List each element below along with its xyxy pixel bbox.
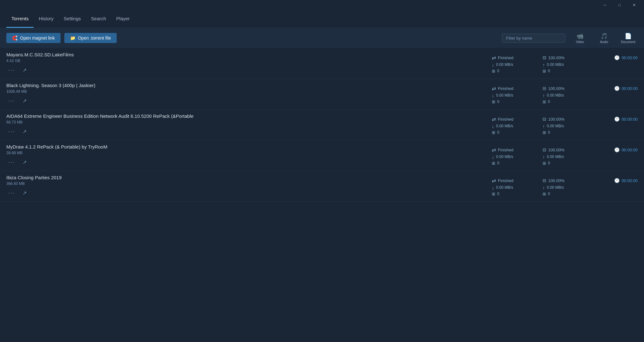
more-button[interactable]: ··· — [6, 96, 17, 105]
more-button[interactable]: ··· — [6, 127, 17, 136]
toolbar: 🧲 Open magnet link 📁 Open .torrent file … — [0, 28, 644, 48]
progress-icon: ⊟ — [543, 178, 546, 183]
filter-video-button[interactable]: 📹 Video — [570, 31, 589, 45]
open-torrent-button[interactable]: 📁 Open .torrent file — [64, 33, 117, 43]
upload-peers: ⊞ 0 — [543, 69, 593, 73]
close-button[interactable]: ✕ — [627, 0, 641, 10]
dl-speed-value: 0.00 MB/s — [496, 62, 513, 67]
time-value: 00:00:00 — [621, 148, 638, 152]
torrent-item: Ibiza Closing Parties 2019 366.60 MB ···… — [0, 171, 644, 202]
progress-icon: ⊟ — [543, 86, 546, 91]
dl-peers-icon: ⊞ — [492, 130, 495, 135]
torrent-size: 68.73 MB — [6, 120, 485, 124]
torrent-left-0: Mayans.M.C.S02.SD.LakeFilms 4.42 GB ··· … — [6, 52, 485, 75]
minimize-button[interactable]: ─ — [598, 0, 612, 10]
upload-speed: ↑ 0.00 MB/s — [543, 124, 593, 129]
download-speed: ↓ 0.00 MB/s — [492, 154, 543, 160]
filter-audio-button[interactable]: 🎵 Audio — [595, 31, 614, 45]
audio-icon: 🎵 — [601, 33, 608, 40]
progress-value: 100.00% — [548, 148, 564, 152]
share-button[interactable]: ↗ — [21, 97, 29, 105]
dl-peers-value: 0 — [497, 192, 499, 196]
download-speed: ↓ 0.00 MB/s — [492, 185, 543, 190]
dl-speed-value: 0.00 MB/s — [496, 185, 513, 190]
download-peers: ⊞ 0 — [492, 99, 543, 104]
time-remaining: 🕐 00:00:00 — [593, 178, 638, 184]
ul-peers-icon: ⊞ — [543, 69, 546, 73]
dl-speed-value: 0.00 MB/s — [496, 124, 513, 128]
torrent-name: AIDA64 Extreme Engineer Business Edition… — [6, 113, 485, 119]
torrent-list: Mayans.M.C.S02.SD.LakeFilms 4.42 GB ··· … — [0, 48, 644, 342]
nav-bar: Torrents History Settings Search Player — [0, 10, 644, 28]
magnet-icon: 🧲 — [12, 35, 17, 41]
finished-icon: ⇄ — [492, 116, 496, 122]
share-button[interactable]: ↗ — [21, 189, 29, 197]
upload-peers: ⊞ 0 — [543, 99, 593, 104]
torrent-stats: ⇄ Finished ⊟ 100.00% 🕐 00:00:00 ↓ 0.00 M… — [492, 175, 638, 198]
more-icon: ··· — [8, 98, 15, 104]
download-icon: ↓ — [492, 93, 494, 98]
share-button[interactable]: ↗ — [21, 127, 29, 136]
nav-tab-search[interactable]: Search — [86, 10, 111, 28]
progress-value: 100.00% — [548, 86, 564, 91]
upload-icon: ↑ — [543, 93, 545, 98]
more-button[interactable]: ··· — [6, 158, 17, 167]
dl-peers-value: 0 — [497, 161, 499, 165]
more-button[interactable]: ··· — [6, 66, 17, 75]
nav-tab-player[interactable]: Player — [111, 10, 135, 28]
filter-input[interactable] — [502, 34, 565, 43]
dl-peers-value: 0 — [497, 99, 499, 104]
ul-peers-icon: ⊞ — [543, 192, 546, 196]
dl-peers-icon: ⊞ — [492, 69, 495, 73]
torrent-actions: ··· ↗ — [6, 158, 485, 167]
ul-speed-value: 0.00 MB/s — [547, 93, 564, 98]
status-label: Finished — [498, 55, 513, 60]
dl-peers-icon: ⊞ — [492, 161, 495, 166]
dl-peers-value: 0 — [497, 69, 499, 73]
torrent-name: Black Lightning. Season 3 (400p | Jaskie… — [6, 83, 485, 88]
progress-icon: ⊟ — [543, 147, 546, 152]
progress-percent: ⊟ 100.00% — [543, 116, 593, 122]
more-icon: ··· — [8, 128, 15, 135]
torrent-actions: ··· ↗ — [6, 188, 485, 198]
download-speed: ↓ 0.00 MB/s — [492, 62, 543, 67]
nav-tab-history[interactable]: History — [34, 10, 59, 28]
upload-peers: ⊞ 0 — [543, 192, 593, 196]
upload-peers: ⊞ 0 — [543, 161, 593, 166]
upload-icon: ↑ — [543, 185, 545, 190]
ul-peers-value: 0 — [548, 130, 550, 135]
ul-peers-value: 0 — [548, 161, 550, 165]
share-button[interactable]: ↗ — [21, 66, 29, 74]
download-icon: ↓ — [492, 62, 494, 67]
filter-document-button[interactable]: 📄 Document — [619, 31, 638, 45]
ul-speed-value: 0.00 MB/s — [547, 124, 564, 128]
finished-icon: ⇄ — [492, 147, 496, 153]
clock-icon: 🕐 — [614, 117, 620, 122]
torrent-actions: ··· ↗ — [6, 66, 485, 75]
torrent-stats: ⇄ Finished ⊟ 100.00% 🕐 00:00:00 ↓ 0.00 M… — [492, 52, 638, 75]
finished-icon: ⇄ — [492, 55, 496, 61]
filter-section: 📹 Video 🎵 Audio 📄 Document — [502, 31, 638, 45]
nav-tab-settings[interactable]: Settings — [59, 10, 86, 28]
time-value: 00:00:00 — [621, 178, 638, 183]
download-speed: ↓ 0.00 MB/s — [492, 124, 543, 129]
progress-percent: ⊟ 100.00% — [543, 178, 593, 184]
nav-tab-torrents[interactable]: Torrents — [6, 10, 34, 28]
clock-icon: 🕐 — [614, 147, 620, 152]
finished-icon: ⇄ — [492, 178, 496, 184]
dl-speed-value: 0.00 MB/s — [496, 155, 513, 159]
ul-speed-value: 0.00 MB/s — [547, 185, 564, 190]
time-remaining: 🕐 00:00:00 — [593, 147, 638, 153]
maximize-button[interactable]: □ — [612, 0, 627, 10]
torrent-item: AIDA64 Extreme Engineer Business Edition… — [0, 110, 644, 140]
progress-percent: ⊟ 100.00% — [543, 55, 593, 61]
download-icon: ↓ — [492, 124, 494, 129]
open-magnet-button[interactable]: 🧲 Open magnet link — [6, 33, 61, 43]
more-button[interactable]: ··· — [6, 188, 17, 198]
ul-peers-value: 0 — [548, 192, 550, 196]
download-peers: ⊞ 0 — [492, 192, 543, 196]
torrent-size: 366.60 MB — [6, 181, 485, 186]
status-badge: ⇄ Finished — [492, 55, 543, 61]
share-button[interactable]: ↗ — [21, 158, 29, 167]
torrent-name: Mayans.M.C.S02.SD.LakeFilms — [6, 52, 485, 57]
